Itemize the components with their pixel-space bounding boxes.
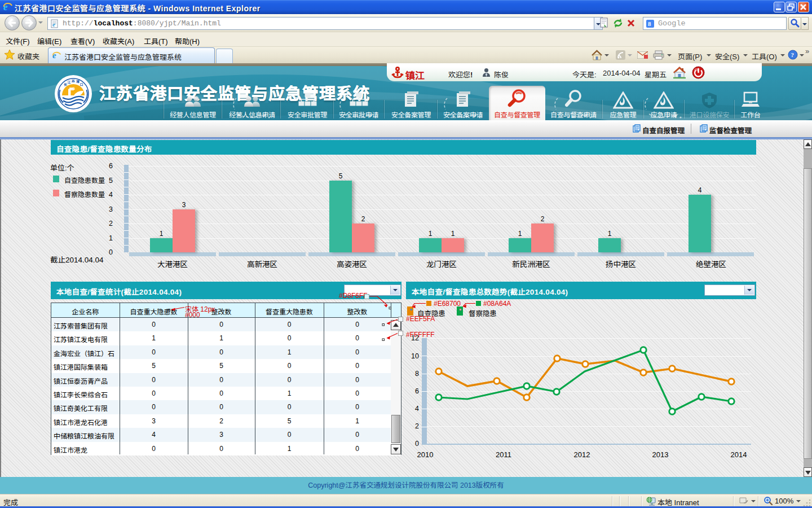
svg-text:8: 8 — [648, 20, 651, 27]
svg-text:港: 港 — [76, 80, 80, 84]
svg-text:e: e — [52, 21, 55, 28]
svg-text:?: ? — [791, 51, 795, 58]
svg-text:苏: 苏 — [71, 79, 75, 83]
svg-text:江: 江 — [68, 80, 71, 84]
svg-text:口: 口 — [80, 83, 83, 86]
